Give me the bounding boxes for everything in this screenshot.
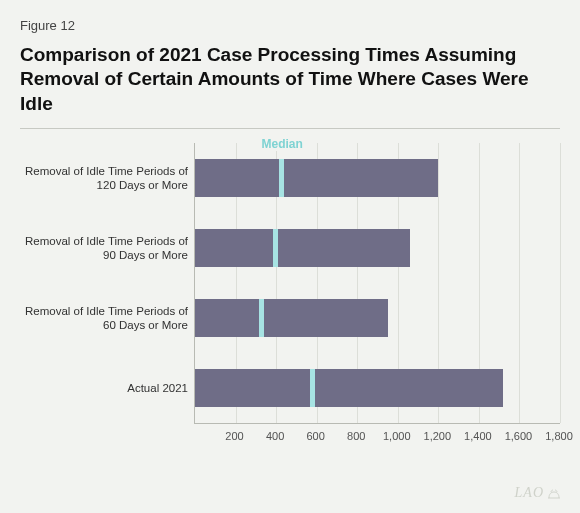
x-axis: 2004006008001,0001,2001,4001,6001,800: [194, 423, 560, 454]
x-tick-label: 200: [225, 430, 243, 442]
logo-text: LAO: [515, 485, 544, 501]
figure-number: Figure 12: [20, 18, 560, 33]
bar-row: [195, 143, 560, 213]
y-label: Removal of Idle Time Periods of 90 Days …: [20, 213, 194, 283]
x-tick-label: 800: [347, 430, 365, 442]
median-marker: [259, 299, 264, 337]
x-tick-label: 1,400: [464, 430, 492, 442]
bar: [195, 369, 503, 407]
y-axis-labels: Removal of Idle Time Periods of 120 Days…: [20, 143, 194, 423]
bar-row: [195, 213, 560, 283]
bars-container: [195, 143, 560, 423]
x-tick-label: 1,200: [424, 430, 452, 442]
figure-container: Figure 12 Comparison of 2021 Case Proces…: [0, 0, 580, 513]
bar: [195, 299, 388, 337]
x-tick-label: 1,600: [505, 430, 533, 442]
bar: [195, 229, 410, 267]
x-tick-label: 600: [306, 430, 324, 442]
plot-area: Removal of Idle Time Periods of 120 Days…: [20, 143, 560, 423]
figure-title: Comparison of 2021 Case Processing Times…: [20, 43, 560, 116]
bar: [195, 159, 438, 197]
divider: [20, 128, 560, 129]
median-marker: [279, 159, 284, 197]
bar-row: [195, 283, 560, 353]
lao-logo: LAO: [515, 485, 562, 501]
x-tick-label: 400: [266, 430, 284, 442]
median-marker: [310, 369, 315, 407]
x-tick-label: 1,000: [383, 430, 411, 442]
median-marker: [273, 229, 278, 267]
y-label: Removal of Idle Time Periods of 60 Days …: [20, 283, 194, 353]
bar-row: [195, 353, 560, 423]
y-label: Actual 2021: [20, 353, 194, 423]
plot-canvas: Median: [194, 143, 560, 423]
x-tick-label: 1,800: [545, 430, 573, 442]
y-label: Removal of Idle Time Periods of 120 Days…: [20, 143, 194, 213]
bear-icon: [546, 486, 562, 500]
